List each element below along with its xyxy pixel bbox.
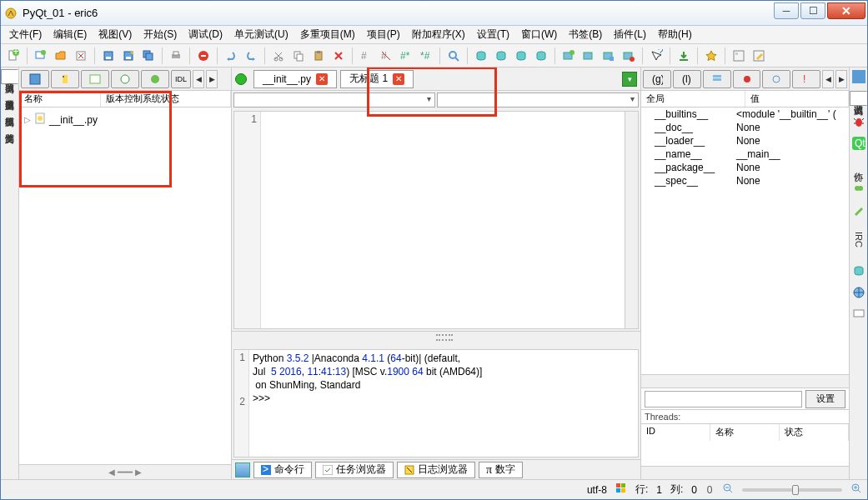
editor-tab-1-close[interactable]: ✕: [316, 73, 328, 85]
db-4-icon[interactable]: [532, 47, 550, 65]
var-col-global[interactable]: 全局: [641, 91, 745, 107]
db-3-icon[interactable]: [512, 47, 530, 65]
whatsthis-icon[interactable]: ?: [647, 47, 665, 65]
threads-col-name[interactable]: 名称: [710, 424, 780, 441]
close-button[interactable]: ✕: [827, 2, 865, 19]
right-tab-watch[interactable]: [762, 70, 790, 88]
search-icon[interactable]: [444, 47, 463, 65]
code-editor[interactable]: 1: [233, 111, 639, 329]
db-2-icon[interactable]: [492, 47, 510, 65]
qt-icon[interactable]: Qt: [851, 136, 866, 151]
left-scrollbar[interactable]: ◀ ━━━ ▶: [19, 464, 231, 479]
menu-addons[interactable]: 附加程序(X): [407, 26, 470, 43]
profile-icon[interactable]: [730, 47, 748, 65]
editor-tab-2[interactable]: 无标题 1 ✕: [340, 70, 414, 88]
block-comment-icon[interactable]: #*: [397, 47, 415, 65]
bottom-tab-cmd[interactable]: >命令行: [253, 462, 312, 478]
method-dropdown[interactable]: [437, 92, 639, 108]
new-file-icon[interactable]: +: [4, 47, 23, 65]
download-icon[interactable]: [675, 47, 693, 65]
uncomment-icon[interactable]: #: [377, 47, 395, 65]
proj-save-icon[interactable]: [600, 47, 618, 65]
menu-plugins[interactable]: 插件(L): [609, 26, 651, 43]
panel-tab-sources[interactable]: [21, 70, 49, 88]
expand-icon[interactable]: ▷: [24, 115, 31, 124]
tree-col-name[interactable]: 名称: [19, 91, 101, 107]
comment-icon[interactable]: #: [357, 47, 375, 65]
left-tab-project[interactable]: 项目浏览器: [1, 69, 18, 84]
paste-icon[interactable]: [309, 47, 328, 65]
menu-unittest[interactable]: 单元测试(U): [229, 26, 294, 43]
class-dropdown[interactable]: [233, 92, 435, 108]
menu-view[interactable]: 视图(V): [93, 26, 137, 43]
panel-tab-python[interactable]: [51, 70, 79, 88]
menu-settings[interactable]: 设置(T): [472, 26, 514, 43]
right-tab-callstack[interactable]: [703, 70, 731, 88]
panel-tab-translations[interactable]: [141, 70, 169, 88]
cut-icon[interactable]: [269, 47, 288, 65]
editor-splitter[interactable]: [232, 331, 640, 348]
delete-icon[interactable]: [329, 47, 348, 65]
menu-debug[interactable]: 调试(D): [183, 26, 228, 43]
bottom-tab-log[interactable]: 日志浏览器: [397, 462, 475, 478]
copy-icon[interactable]: [289, 47, 308, 65]
tree-col-vcs[interactable]: 版本控制系统状态: [101, 91, 231, 107]
editor-vscrollbar[interactable]: [625, 112, 638, 328]
tree-item-init[interactable]: ▷ __init__.py: [24, 111, 226, 128]
new-window-icon[interactable]: [32, 47, 50, 65]
variables-body[interactable]: __builtins__<module '__builtin__' ( __do…: [641, 108, 849, 374]
menu-help[interactable]: 帮助(H): [653, 26, 697, 43]
favorite-icon[interactable]: [702, 47, 720, 65]
close-tab-icon[interactable]: [72, 47, 90, 65]
zoom-out-icon[interactable]: [722, 482, 734, 497]
threads-col-state[interactable]: 状态: [780, 424, 849, 441]
edit-profile-icon[interactable]: [750, 47, 768, 65]
undo-icon[interactable]: [222, 47, 240, 65]
save-all-icon[interactable]: [139, 47, 158, 65]
right-tab-locals[interactable]: (l): [673, 70, 701, 88]
right-tab-exceptions[interactable]: !: [792, 70, 820, 88]
zoom-slider[interactable]: [742, 488, 842, 492]
globe-icon[interactable]: [851, 285, 866, 300]
menu-start[interactable]: 开始(S): [138, 26, 182, 43]
bottom-tab-numbers[interactable]: π数字: [479, 462, 523, 478]
menu-file[interactable]: 文件(F): [4, 26, 47, 43]
block-uncomment-icon[interactable]: *#: [417, 47, 435, 65]
tree-body[interactable]: ▷ __init__.py: [19, 108, 231, 464]
editor-tab-list-button[interactable]: ▾: [622, 72, 637, 87]
zoom-in-icon[interactable]: [850, 482, 862, 497]
code-content[interactable]: [261, 112, 625, 328]
stop-icon[interactable]: [194, 47, 213, 65]
threads-col-id[interactable]: ID: [641, 424, 710, 441]
panel-tab-others[interactable]: IDL: [171, 70, 191, 88]
right-dock-expand-icon[interactable]: [851, 69, 866, 84]
db-1-icon[interactable]: [472, 47, 490, 65]
panel-tab-forms[interactable]: [81, 70, 109, 88]
filter-input[interactable]: [645, 391, 802, 408]
paint-icon[interactable]: [851, 202, 866, 218]
minimize-button[interactable]: ─: [774, 2, 799, 19]
panel-tab-right-arrow[interactable]: ▶: [206, 70, 218, 88]
right-tab-debug[interactable]: 调试浏览器: [850, 91, 867, 106]
save-as-icon[interactable]: [119, 47, 138, 65]
open-icon[interactable]: [52, 47, 70, 65]
var-col-value[interactable]: 值: [745, 91, 850, 107]
right-tab-left-arrow[interactable]: ◀: [822, 70, 834, 88]
right-tab-right-arrow[interactable]: ▶: [835, 70, 847, 88]
maximize-button[interactable]: ☐: [800, 2, 825, 19]
db-icon[interactable]: [851, 263, 866, 278]
proj-close-icon[interactable]: [620, 47, 638, 65]
right-tab-coop[interactable]: 协作: [850, 158, 867, 172]
save-icon[interactable]: [99, 47, 118, 65]
print-icon[interactable]: [167, 47, 185, 65]
python-shell[interactable]: 1 2 Python 3.5.2 |Anaconda 4.1.1 (64-bit…: [233, 349, 639, 458]
settings-button[interactable]: 设置: [805, 390, 845, 408]
variables-hscrollbar[interactable]: [641, 374, 849, 388]
panel-tab-resources[interactable]: [111, 70, 139, 88]
editor-tab-2-close[interactable]: ✕: [393, 73, 404, 85]
right-tab-globals[interactable]: (g): [643, 70, 671, 88]
left-tab-file[interactable]: 文件浏览器: [1, 119, 18, 134]
monitor-icon[interactable]: [851, 307, 866, 322]
menu-bookmark[interactable]: 书签(B): [564, 26, 607, 43]
bottom-expand-icon[interactable]: [235, 462, 250, 478]
